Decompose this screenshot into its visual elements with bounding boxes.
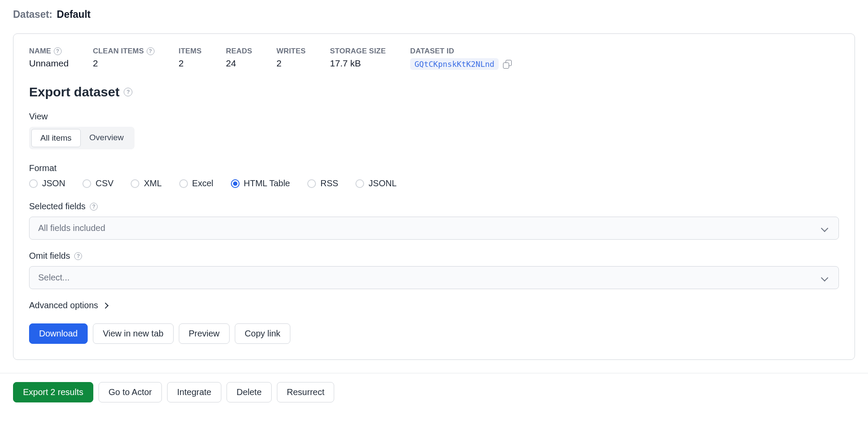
chevron-down-icon xyxy=(821,224,829,232)
stat-clean-items: CLEAN ITEMS 2 xyxy=(93,47,154,70)
format-json[interactable]: JSON xyxy=(29,178,65,188)
stat-reads: READS 24 xyxy=(226,47,252,70)
omit-fields-placeholder: Select... xyxy=(38,273,69,283)
omit-fields-label: Omit fields xyxy=(29,251,839,261)
export-buttons: Download View in new tab Preview Copy li… xyxy=(29,323,839,344)
delete-button[interactable]: Delete xyxy=(227,382,272,402)
stat-clean-items-label: CLEAN ITEMS xyxy=(93,47,144,56)
chevron-right-icon xyxy=(102,302,108,308)
help-icon[interactable] xyxy=(147,47,155,55)
selected-fields-label-text: Selected fields xyxy=(29,201,85,211)
stat-reads-label: READS xyxy=(226,47,252,56)
dataset-id-value: GQtCKpnskKtK2NLnd xyxy=(410,58,499,70)
stat-name: NAME Unnamed xyxy=(29,47,69,70)
format-csv-label: CSV xyxy=(95,178,113,188)
stat-dataset-id-label: DATASET ID xyxy=(410,47,512,56)
radio-icon xyxy=(131,179,139,188)
stat-clean-items-value: 2 xyxy=(93,58,154,69)
view-label: View xyxy=(29,112,839,122)
help-icon[interactable] xyxy=(54,47,62,55)
stat-reads-value: 24 xyxy=(226,58,252,69)
tab-overview[interactable]: Overview xyxy=(81,129,132,147)
view-new-tab-button[interactable]: View in new tab xyxy=(93,323,174,344)
resurrect-button[interactable]: Resurrect xyxy=(277,382,335,402)
selected-fields-placeholder: All fields included xyxy=(38,223,105,233)
integrate-button[interactable]: Integrate xyxy=(167,382,221,402)
advanced-options-label: Advanced options xyxy=(29,300,98,310)
stat-storage-size-label: STORAGE SIZE xyxy=(330,47,386,56)
stat-storage-size: STORAGE SIZE 17.7 kB xyxy=(330,47,386,70)
radio-icon xyxy=(82,179,91,188)
omit-fields-label-text: Omit fields xyxy=(29,251,70,261)
download-button[interactable]: Download xyxy=(29,323,88,344)
stat-name-label: NAME xyxy=(29,47,51,56)
chevron-down-icon xyxy=(821,274,829,281)
tab-all-items[interactable]: All items xyxy=(31,129,81,147)
radio-icon xyxy=(231,179,240,188)
radio-icon xyxy=(29,179,38,188)
format-html-label: HTML Table xyxy=(244,178,290,188)
stat-items-value: 2 xyxy=(179,58,202,69)
format-xml-label: XML xyxy=(144,178,161,188)
stat-writes: WRITES 2 xyxy=(276,47,306,70)
help-icon[interactable] xyxy=(124,88,132,96)
stat-items-label: ITEMS xyxy=(179,47,202,56)
format-rss-label: RSS xyxy=(320,178,338,188)
stat-storage-size-value: 17.7 kB xyxy=(330,58,386,69)
selected-fields-select[interactable]: All fields included xyxy=(29,217,839,240)
dataset-label: Dataset: xyxy=(13,9,53,20)
format-csv[interactable]: CSV xyxy=(82,178,113,188)
page-header: Dataset: Default xyxy=(0,0,868,29)
stat-items: ITEMS 2 xyxy=(179,47,202,70)
omit-fields-select[interactable]: Select... xyxy=(29,266,839,289)
selected-fields-label: Selected fields xyxy=(29,201,839,211)
radio-icon xyxy=(307,179,316,188)
format-label: Format xyxy=(29,163,839,173)
format-rss[interactable]: RSS xyxy=(307,178,338,188)
preview-button[interactable]: Preview xyxy=(179,323,230,344)
copy-link-button[interactable]: Copy link xyxy=(235,323,290,344)
go-to-actor-button[interactable]: Go to Actor xyxy=(99,382,162,402)
stat-dataset-id: DATASET ID GQtCKpnskKtK2NLnd xyxy=(410,47,512,70)
format-html-table[interactable]: HTML Table xyxy=(231,178,290,188)
stat-writes-label: WRITES xyxy=(276,47,306,56)
format-radios: JSON CSV XML Excel HTML Table RSS JSONL xyxy=(29,178,839,188)
format-json-label: JSON xyxy=(42,178,65,188)
stat-name-value: Unnamed xyxy=(29,58,69,69)
stat-writes-value: 2 xyxy=(276,58,306,69)
format-excel-label: Excel xyxy=(192,178,214,188)
format-jsonl[interactable]: JSONL xyxy=(355,178,396,188)
help-icon[interactable] xyxy=(74,252,82,260)
dataset-card: NAME Unnamed CLEAN ITEMS 2 ITEMS 2 READS… xyxy=(13,33,855,360)
format-xml[interactable]: XML xyxy=(131,178,161,188)
format-jsonl-label: JSONL xyxy=(368,178,396,188)
export-title-text: Export dataset xyxy=(29,85,119,99)
dataset-name: Default xyxy=(57,9,91,20)
export-results-button[interactable]: Export 2 results xyxy=(13,382,93,402)
advanced-options-toggle[interactable]: Advanced options xyxy=(29,300,839,310)
view-tabs: All items Overview xyxy=(29,127,135,149)
export-title: Export dataset xyxy=(29,85,839,99)
format-excel[interactable]: Excel xyxy=(179,178,214,188)
radio-icon xyxy=(179,179,188,188)
help-icon[interactable] xyxy=(90,203,98,211)
copy-icon[interactable] xyxy=(503,60,512,69)
stats-row: NAME Unnamed CLEAN ITEMS 2 ITEMS 2 READS… xyxy=(29,47,839,70)
radio-icon xyxy=(355,179,364,188)
footer-actions: Export 2 results Go to Actor Integrate D… xyxy=(0,373,868,411)
